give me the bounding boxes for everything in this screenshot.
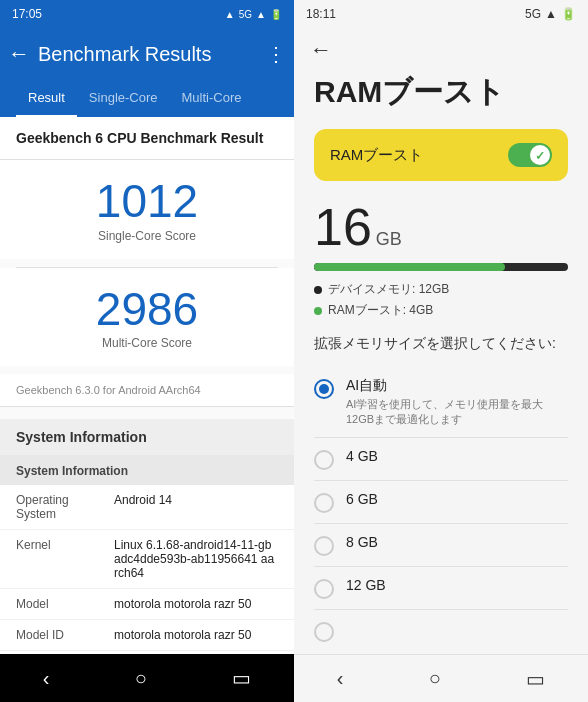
benchmark-title: Geekbench 6 CPU Benchmark Result [16,130,263,146]
table-row: Kernel Linux 6.1.68-android14-11-gbadc4d… [0,530,294,589]
nav-recents-icon-right[interactable]: ▭ [526,667,545,691]
toggle-check-icon: ✓ [535,149,545,163]
gb-display: 16 GB [314,201,568,253]
status-icons-left: ▲ 5G ▲ 🔋 [225,9,282,20]
geekbench-version: Geekbench 6.3.0 for Android AArch64 [0,374,294,407]
radio-label-6gb: 6 GB [346,491,378,507]
radio-circle-6gb [314,493,334,513]
legend-dot-device [314,286,322,294]
back-button-left[interactable]: ← [8,41,30,67]
info-value-model-id: motorola motorola razr 50 [114,628,278,642]
top-bar-right: ← [294,28,588,72]
back-button-right[interactable]: ← [310,37,332,63]
radio-label-8gb: 8 GB [346,534,378,550]
radio-circle-ai [314,379,334,399]
legend-device-label: デバイスメモリ: 12GB [328,281,449,298]
multi-core-score: 2986 [16,284,278,335]
ram-boost-page-title: RAMブースト [314,72,568,113]
tab-multi-core[interactable]: Multi-Core [170,80,254,117]
nav-recents-icon[interactable]: ▭ [232,666,251,690]
toggle-knob: ✓ [530,145,550,165]
single-core-score: 1012 [16,176,278,227]
radio-option-12gb[interactable]: 12 GB [314,567,568,610]
info-value-model: motorola motorola razr 50 [114,597,278,611]
gb-unit: GB [376,229,402,250]
progress-bar-fill [314,263,505,271]
nav-bar-right: ‹ ○ ▭ [294,654,588,702]
info-key-model-id: Model ID [16,628,106,642]
info-key-kernel: Kernel [16,538,106,580]
radio-option-8gb[interactable]: 8 GB [314,524,568,567]
legend-ram-label: RAMブースト: 4GB [328,302,433,319]
radio-option-more[interactable] [314,610,568,652]
nav-home-icon[interactable]: ○ [135,667,147,690]
radio-circle-8gb [314,536,334,556]
page-title-left: Benchmark Results [38,43,266,66]
info-key-model: Model [16,597,106,611]
tabs-bar: Result Single-Core Multi-Core [0,80,294,117]
expand-label: 拡張メモリサイズを選択してください: [314,335,568,353]
5g-right: 5G [525,7,541,21]
signal-right: ▲ [545,7,557,21]
system-info-section-title: System Information [0,419,294,455]
info-table: System Information Operating System Andr… [0,455,294,654]
wifi-icon: ▲ [256,9,266,20]
radio-circle-more [314,622,334,642]
radio-label-4gb: 4 GB [346,448,378,464]
radio-option-ai[interactable]: AI自動 AI学習を使用して、メモリ使用量を最大12GBまで最適化します [314,367,568,438]
multi-core-section: 2986 Multi-Core Score [0,268,294,367]
radio-main-label-ai: AI自動 [346,377,568,395]
tab-single-core[interactable]: Single-Core [77,80,170,117]
battery-icon: 🔋 [270,9,282,20]
status-icons-right: 5G ▲ 🔋 [525,7,576,21]
nav-home-icon-right[interactable]: ○ [429,667,441,690]
system-info-header-row: System Information [0,455,294,485]
multi-core-label: Multi-Core Score [16,336,278,350]
right-panel: 18:11 5G ▲ 🔋 ← RAMブースト RAMブースト ✓ 16 GB [294,0,588,702]
legend-dot-ram [314,307,322,315]
table-row: Operating System Android 14 [0,485,294,530]
radio-inner-ai [319,384,329,394]
radio-label-ai: AI自動 AI学習を使用して、メモリ使用量を最大12GBまで最適化します [346,377,568,427]
content-left: Geekbench 6 CPU Benchmark Result 1012 Si… [0,117,294,654]
benchmark-title-row: Geekbench 6 CPU Benchmark Result [0,117,294,160]
nav-bar-left: ‹ ○ ▭ [0,654,294,702]
table-row: Model ID motorola motorola razr 50 [0,620,294,651]
content-right: RAMブースト RAMブースト ✓ 16 GB デバイスメモリ: 12GB R [294,72,588,654]
system-info-header-label: System Information [16,464,128,478]
info-value-os: Android 14 [114,493,278,521]
time-left: 17:05 [12,7,42,21]
more-options-icon[interactable]: ⋮ [266,42,286,66]
info-value-kernel: Linux 6.1.68-android14-11-gbadc4dde593b-… [114,538,278,580]
left-panel: 17:05 ▲ 5G ▲ 🔋 ← Benchmark Results ⋮ Res… [0,0,294,702]
status-bar-right: 18:11 5G ▲ 🔋 [294,0,588,28]
progress-bar [314,263,568,271]
table-row: Model motorola motorola razr 50 [0,589,294,620]
time-right: 18:11 [306,7,336,21]
ram-boost-toggle[interactable]: ✓ [508,143,552,167]
info-key-os: Operating System [16,493,106,521]
top-bar-left: ← Benchmark Results ⋮ [0,28,294,80]
nav-back-icon-right[interactable]: ‹ [337,667,344,690]
single-core-label: Single-Core Score [16,229,278,243]
5g-left: 5G [239,9,252,20]
radio-circle-12gb [314,579,334,599]
ram-boost-toggle-row: RAMブースト ✓ [314,129,568,181]
legend-ram: RAMブースト: 4GB [314,302,568,319]
signal-left: ▲ [225,9,235,20]
nav-back-icon[interactable]: ‹ [43,667,50,690]
radio-label-12gb: 12 GB [346,577,386,593]
legend-device: デバイスメモリ: 12GB [314,281,568,298]
status-bar-left: 17:05 ▲ 5G ▲ 🔋 [0,0,294,28]
tab-result[interactable]: Result [16,80,77,117]
radio-sub-label-ai: AI学習を使用して、メモリ使用量を最大12GBまで最適化します [346,397,568,427]
radio-option-4gb[interactable]: 4 GB [314,438,568,481]
ram-boost-toggle-label: RAMブースト [330,146,423,165]
battery-right: 🔋 [561,7,576,21]
memory-legend: デバイスメモリ: 12GB RAMブースト: 4GB [314,281,568,319]
radio-option-6gb[interactable]: 6 GB [314,481,568,524]
single-core-section: 1012 Single-Core Score [0,160,294,259]
gb-number: 16 [314,201,372,253]
radio-circle-4gb [314,450,334,470]
